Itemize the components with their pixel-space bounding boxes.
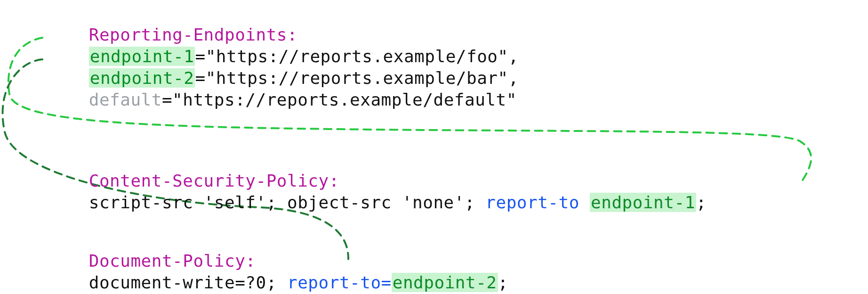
csp-body-prefix: script-src 'self'; object-src 'none'; <box>89 193 486 212</box>
doc-policy-body-line: document-write=?0; report-to=endpoint-2; <box>47 257 508 294</box>
doc-policy-report-to-target: endpoint-2 <box>392 273 498 292</box>
endpoint-key-default: default <box>89 90 162 109</box>
doc-policy-body-suffix: ; <box>498 273 508 292</box>
doc-policy-report-to-label: report-to= <box>287 273 392 292</box>
entry-eq-3: = <box>162 90 172 109</box>
reporting-endpoints-entry-3: default="https://reports.example/default… <box>47 74 517 125</box>
csp-report-to-target: endpoint-1 <box>590 193 696 212</box>
csp-body-line: script-src 'self'; object-src 'none'; re… <box>47 177 707 228</box>
doc-policy-body-prefix: document-write=?0; <box>89 273 287 292</box>
csp-report-to-label: report-to <box>485 193 590 212</box>
diagram-root: Reporting-Endpoints: endpoint-1="https:/… <box>0 0 868 294</box>
csp-body-suffix: ; <box>696 193 707 212</box>
endpoint-url-3: "https://reports.example/default" <box>172 90 517 109</box>
